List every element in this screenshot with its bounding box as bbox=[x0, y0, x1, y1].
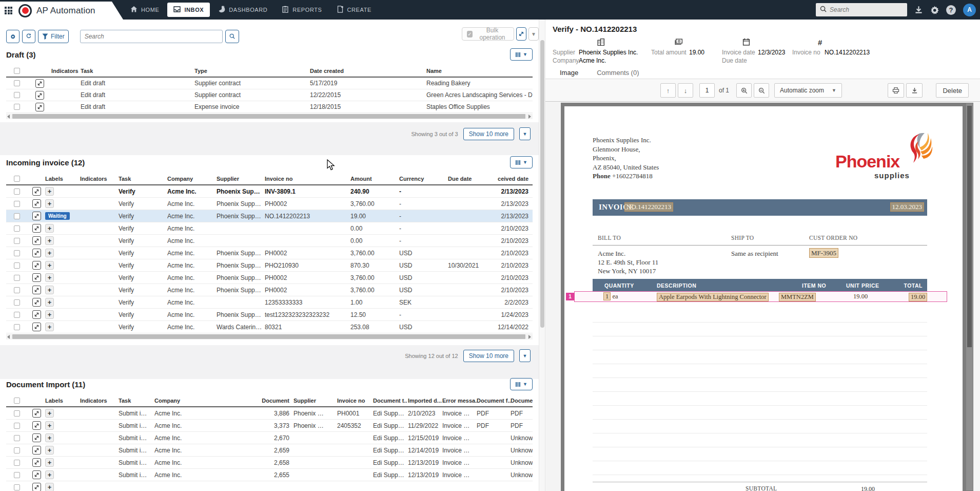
row-expand-button[interactable] bbox=[28, 409, 45, 418]
add-label-button[interactable]: + bbox=[45, 323, 80, 331]
row-expand-button[interactable] bbox=[28, 79, 51, 88]
global-search[interactable] bbox=[816, 3, 907, 16]
nav-inbox[interactable]: INBOX bbox=[167, 3, 210, 17]
scrollbar-thumb[interactable] bbox=[540, 40, 544, 328]
filter-button[interactable]: Filter bbox=[38, 30, 69, 43]
column-settings-button[interactable]: ▼ bbox=[510, 378, 533, 390]
print-icon[interactable] bbox=[888, 83, 904, 98]
row-checkbox[interactable] bbox=[6, 460, 28, 466]
table-row[interactable]: +VerifyAcme Inc.Phoenix Supp…PH00023,760… bbox=[6, 284, 533, 296]
horizontal-scrollbar[interactable] bbox=[6, 334, 533, 339]
add-label-button[interactable]: + bbox=[45, 261, 80, 270]
add-label-button[interactable]: + bbox=[45, 446, 80, 455]
help-icon[interactable]: ? bbox=[946, 5, 956, 15]
add-label-button[interactable]: + bbox=[45, 236, 80, 245]
add-label-button[interactable]: + bbox=[45, 470, 80, 479]
row-checkbox[interactable] bbox=[6, 80, 28, 86]
show-more-chevron[interactable]: ▼ bbox=[519, 349, 531, 362]
table-row[interactable]: +VerifyAcme Inc.123533333331.00SEK2/2/20… bbox=[6, 296, 533, 309]
table-row[interactable]: +Submit i…Acme Inc.3,886Phoenix …PH0001E… bbox=[6, 407, 533, 420]
add-label-button[interactable]: + bbox=[45, 458, 80, 467]
row-checkbox[interactable] bbox=[6, 324, 28, 330]
row-checkbox[interactable] bbox=[6, 250, 28, 256]
table-row[interactable]: WaitingVerifyAcme Inc.Phoenix Supp…NO.14… bbox=[6, 210, 533, 222]
row-checkbox[interactable] bbox=[6, 287, 28, 293]
nav-dashboard[interactable]: DASHBOARD bbox=[212, 3, 273, 17]
table-row[interactable]: + bbox=[6, 481, 533, 491]
zoom-in-icon[interactable] bbox=[736, 83, 752, 98]
table-row[interactable]: +VerifyAcme Inc.Wards Caterin…80321253.0… bbox=[6, 321, 533, 333]
row-checkbox[interactable] bbox=[6, 262, 28, 269]
panel-chevron-button[interactable]: ▼ bbox=[528, 27, 539, 41]
show-more-chevron[interactable]: ▼ bbox=[519, 127, 531, 140]
column-settings-button[interactable]: ▼ bbox=[510, 156, 533, 168]
page-up-button[interactable]: ↑ bbox=[660, 83, 676, 98]
page-number-input[interactable] bbox=[699, 83, 715, 98]
page-down-button[interactable]: ↓ bbox=[678, 83, 693, 98]
add-label-button[interactable]: + bbox=[45, 433, 80, 442]
table-row[interactable]: +Submit i…Acme Inc.2,658Edi Supp…12/13/2… bbox=[6, 457, 533, 469]
table-row[interactable]: +VerifyAcme Inc.0.00-2/10/2023 bbox=[6, 222, 533, 235]
add-label-button[interactable]: + bbox=[45, 310, 80, 319]
add-label-button[interactable]: + bbox=[45, 298, 80, 307]
select-all-checkbox[interactable] bbox=[6, 398, 28, 404]
table-row[interactable]: +Submit i…Acme Inc.2,655Edi Supp…12/13/2… bbox=[6, 469, 533, 481]
row-expand-button[interactable] bbox=[28, 286, 45, 294]
row-checkbox[interactable] bbox=[6, 472, 28, 478]
add-label-button[interactable]: + bbox=[45, 409, 80, 418]
expand-panel-button[interactable] bbox=[516, 27, 526, 41]
delete-button[interactable]: Delete bbox=[936, 83, 969, 98]
list-search-input[interactable] bbox=[80, 30, 223, 43]
select-all-checkbox[interactable] bbox=[6, 176, 28, 182]
row-checkbox[interactable] bbox=[6, 410, 28, 417]
table-row[interactable]: +VerifyAcme Inc.Phoenix Supp…PH00023,760… bbox=[6, 198, 533, 210]
gear-icon[interactable] bbox=[930, 6, 939, 14]
row-checkbox[interactable] bbox=[6, 104, 28, 110]
table-row[interactable]: +Submit i…Acme Inc.3,373Phoenix …2405352… bbox=[6, 420, 533, 432]
select-all-checkbox[interactable] bbox=[6, 68, 28, 74]
nav-reports[interactable]: REPORTS bbox=[276, 3, 328, 17]
row-checkbox[interactable] bbox=[6, 435, 28, 441]
zoom-out-icon[interactable] bbox=[754, 83, 769, 98]
row-expand-button[interactable] bbox=[28, 224, 45, 233]
row-expand-button[interactable] bbox=[28, 323, 45, 331]
row-expand-button[interactable] bbox=[28, 103, 51, 111]
show-more-button[interactable]: Show 10 more bbox=[463, 128, 514, 140]
row-checkbox[interactable] bbox=[6, 275, 28, 281]
row-expand-button[interactable] bbox=[28, 212, 45, 220]
nav-create[interactable]: CREATE bbox=[330, 3, 378, 17]
settings-button[interactable] bbox=[6, 30, 19, 43]
add-label-button[interactable]: + bbox=[45, 273, 80, 282]
add-label-button[interactable]: + bbox=[45, 286, 80, 294]
row-expand-button[interactable] bbox=[28, 483, 45, 491]
row-expand-button[interactable] bbox=[28, 199, 45, 208]
refresh-button[interactable] bbox=[22, 30, 35, 43]
row-checkbox[interactable] bbox=[6, 423, 28, 429]
table-row[interactable]: +VerifyAcme Inc.Phoenix Supp…PHO21093087… bbox=[6, 259, 533, 272]
table-row[interactable]: Edit draftSupplier contract12/22/2015Gre… bbox=[6, 89, 533, 101]
table-row[interactable]: +VerifyAcme Inc.Phoenix Supp…PH00023,760… bbox=[6, 247, 533, 259]
row-checkbox[interactable] bbox=[6, 92, 28, 98]
column-settings-button[interactable]: ▼ bbox=[510, 48, 533, 61]
row-expand-button[interactable] bbox=[28, 446, 45, 455]
pdf-viewer[interactable]: Phoenix Supplies Inc. Glenmoor House, Ph… bbox=[561, 103, 973, 491]
row-expand-button[interactable] bbox=[28, 236, 45, 245]
row-expand-button[interactable] bbox=[28, 298, 45, 307]
nav-home[interactable]: HOME bbox=[124, 3, 165, 17]
table-row[interactable]: +Submit i…Acme Inc.2,670Edi Supp…12/15/2… bbox=[6, 432, 533, 444]
zoom-level-select[interactable]: Automatic zoom▼ bbox=[774, 83, 842, 98]
table-row[interactable]: +VerifyAcme Inc.Phoenix Supp…test1232323… bbox=[6, 309, 533, 321]
show-more-button[interactable]: Show 10 more bbox=[463, 350, 514, 362]
download-icon[interactable] bbox=[914, 6, 923, 14]
add-label-button[interactable]: + bbox=[45, 421, 80, 430]
table-row[interactable]: +Submit i…Acme Inc.2,659Edi Supp…12/14/2… bbox=[6, 444, 533, 457]
table-row[interactable]: +VerifyAcme Inc.Phoenix Sup…INV-3809.124… bbox=[6, 185, 533, 198]
download-document-icon[interactable] bbox=[906, 83, 923, 98]
add-label-button[interactable]: + bbox=[45, 249, 80, 257]
list-search-button[interactable] bbox=[225, 30, 239, 43]
avatar[interactable]: A bbox=[963, 4, 976, 16]
row-expand-button[interactable] bbox=[28, 91, 51, 100]
row-checkbox[interactable] bbox=[6, 312, 28, 318]
horizontal-scrollbar[interactable] bbox=[6, 114, 533, 119]
table-row[interactable]: Edit draftExpense invoice12/18/2015Stapl… bbox=[6, 101, 533, 113]
